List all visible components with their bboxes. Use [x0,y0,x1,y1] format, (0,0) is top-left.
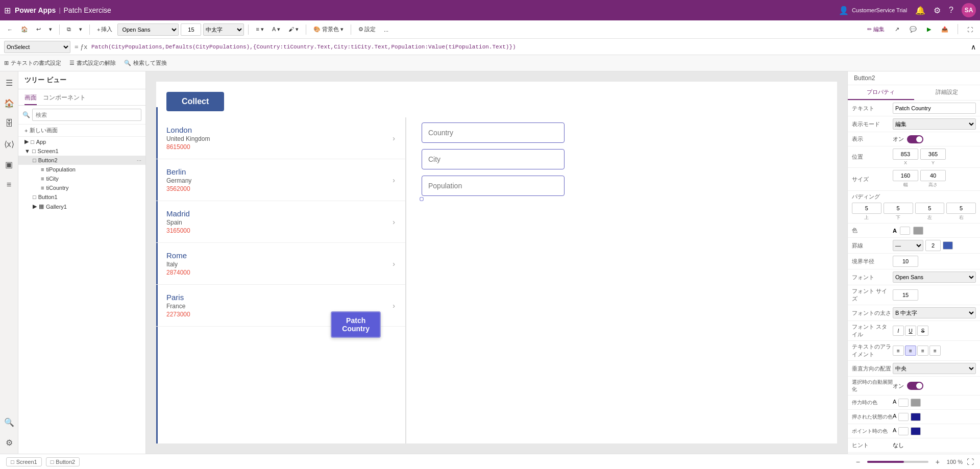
font-bgcolor-button[interactable]: 🖌 ▾ [285,24,302,34]
visible-toggle[interactable] [907,135,923,143]
pressed-color-swatch[interactable] [898,413,909,421]
font-size-input[interactable] [181,23,201,36]
zoom-slider[interactable] [867,461,928,463]
formula-collapse[interactable]: ∧ [971,43,976,51]
italic-btn[interactable]: I [893,326,904,336]
country-input[interactable] [422,122,565,143]
patch-country-button[interactable]: Patch Country [331,311,381,338]
more-button[interactable]: ... [381,25,391,34]
publish-button[interactable]: 📤 [938,24,951,35]
bell-icon[interactable]: 🔔 [915,6,925,15]
list-item[interactable]: Madrid Spain 3165000 › [156,201,405,243]
cog-side-icon[interactable]: ⚙ [2,435,16,450]
play-button[interactable]: ▶ [924,24,934,35]
database-icon[interactable]: 🗄 [2,116,16,131]
collect-button[interactable]: Collect [166,92,224,111]
list-item[interactable]: London United Kingdom 8615000 › [156,117,405,159]
vertical-align-select[interactable]: 中央 [893,363,976,374]
back-button[interactable]: ← [4,25,16,34]
format-text-btn[interactable]: ⊞ テキストの書式設定 [4,59,61,67]
help-icon[interactable]: ? [949,6,953,15]
zoom-out-button[interactable]: − [853,457,863,467]
text-input[interactable] [893,103,976,114]
border-radius-input[interactable] [893,256,918,267]
color-swatch-white[interactable] [900,227,910,235]
list-item[interactable]: Berlin Germany 3562000 › [156,159,405,201]
align-button[interactable]: ≡ ▾ [253,24,266,34]
sidebar-item-button1[interactable]: □ Button1 [18,192,145,202]
waffle-icon[interactable]: ⊞ [4,6,11,15]
tab-screen[interactable]: 画面 [24,91,37,105]
search-side-icon[interactable]: 🔍 [2,415,16,429]
height-input[interactable] [920,170,946,181]
tab-properties[interactable]: プロパティ [848,85,914,100]
find-replace-btn[interactable]: 🔍 検索して置換 [124,59,167,67]
align-left-btn[interactable]: ≡ [893,345,904,356]
zoom-in-button[interactable]: + [933,457,943,467]
display-mode-select[interactable]: 編集 [893,118,976,130]
font-family-select[interactable]: Open Sans [893,271,976,283]
screen1-tab[interactable]: □ Screen1 [6,457,42,466]
city-list[interactable]: London United Kingdom 8615000 › Berlin G… [156,117,406,443]
copy-button[interactable]: ⧉ [64,24,74,34]
font-select[interactable]: Open Sans [117,23,179,36]
undo-arrow[interactable]: ▾ [46,24,55,34]
pressed-fill-swatch[interactable] [911,413,921,421]
comment-button[interactable]: 💬 [906,24,920,35]
auto-expand-toggle[interactable] [907,382,923,390]
insert-button[interactable]: + 挿入 [94,24,115,35]
y-input[interactable] [920,149,946,160]
edit-button[interactable]: ✏ 編集 [864,24,888,35]
font-weight-select[interactable]: B 中太字 [893,307,976,318]
tab-component[interactable]: コンポーネント [43,91,86,105]
pad-bottom-input[interactable] [884,203,913,214]
handle-r[interactable] [420,197,424,201]
border-width-input[interactable] [925,240,941,251]
sidebar-item-app[interactable]: ▶ □ App [18,137,145,146]
hover-color-swatch[interactable] [898,399,909,407]
fullscreen-button[interactable]: ⛶ [967,458,974,466]
expand-button[interactable]: ⛶ [964,24,976,35]
hamburger-icon[interactable]: ☰ [2,76,16,90]
bg-color-button[interactable]: 🎨 背景色 ▾ [310,24,347,35]
property-select[interactable]: OnSelect [4,41,70,53]
search-input[interactable] [32,109,141,121]
width-input[interactable] [893,170,918,181]
avatar[interactable]: SA [962,3,976,17]
sidebar-item-gallery1[interactable]: ▶ ▦ Gallery1 [18,202,145,211]
button2-tab[interactable]: □ Button2 [46,457,80,466]
settings-button[interactable]: ⚙ 設定 [355,24,379,35]
variable-icon[interactable]: ⟨x⟩ [2,137,16,151]
align-center-btn[interactable]: ≡ [905,345,916,356]
hover-fill-swatch[interactable] [911,399,921,407]
underline-btn[interactable]: U [905,326,916,336]
share-button[interactable]: ↗ [892,24,902,35]
population-input[interactable] [422,176,565,196]
home-side-icon[interactable]: 🏠 [2,96,16,110]
new-screen-btn[interactable]: + 新しい画面 [18,125,145,137]
focused-color-swatch[interactable] [898,427,909,435]
media-icon[interactable]: ▣ [2,157,16,171]
border-color-swatch[interactable] [943,241,953,250]
font-size-prop-input[interactable] [893,289,918,301]
strikethrough-btn[interactable]: S [917,326,928,336]
sidebar-item-button2[interactable]: □ Button2 ··· [18,156,145,165]
border-style-select[interactable]: — [893,240,923,251]
gear-icon[interactable]: ⚙ [934,6,941,15]
sidebar-item-tiCountry[interactable]: ≡ tiCountry [18,183,145,192]
focused-fill-swatch[interactable] [911,427,921,435]
align-right-btn[interactable]: ≡ [917,345,928,356]
city-input[interactable] [422,149,565,169]
home-button[interactable]: 🏠 [18,24,31,34]
sidebar-item-screen1[interactable]: ▼ □ Screen1 [18,146,145,156]
align-justify-btn[interactable]: ≡ [929,345,941,356]
more-options-icon[interactable]: ··· [137,157,141,163]
font-color-button[interactable]: A ▾ [269,24,283,34]
sidebar-item-tiCity[interactable]: ≡ tiCity [18,174,145,183]
clear-format-btn[interactable]: ☰ 書式設定の解除 [69,59,116,67]
copy-arrow[interactable]: ▾ [76,24,85,34]
pad-left-input[interactable] [915,203,945,214]
pad-right-input[interactable] [946,203,976,214]
sidebar-item-tiPopulation[interactable]: ≡ tiPopulation [18,165,145,174]
font-style-select[interactable]: 中太字 [203,23,244,36]
